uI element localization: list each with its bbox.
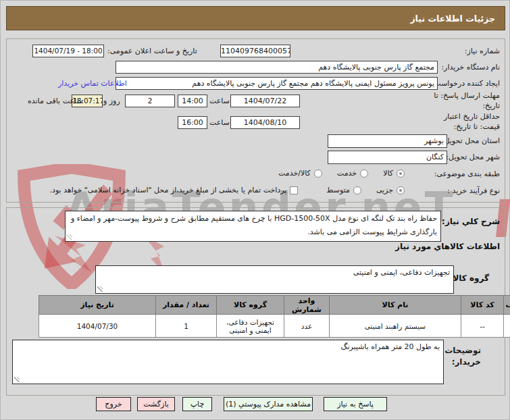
- reply-deadline-date-field[interactable]: 1404/07/22: [230, 95, 300, 107]
- cell-row-number: 1: [504, 315, 510, 338]
- cell-group: تجهیزات دفاعی، ایمنی و امنیتی: [217, 315, 284, 338]
- subject-classification-label: طبقه بندی موضوعی:: [434, 169, 500, 178]
- radio-goods-label: کالا: [383, 169, 393, 178]
- hours-remaining-label: ساعت باقی مانده: [28, 97, 83, 105]
- purchase-process-options: جزیی متوسط پرداخت تمام یا بخشی از مبلغ خ…: [50, 186, 405, 194]
- view-attached-docs-button[interactable]: مشاهده مدارک پیوستي (1): [224, 397, 313, 411]
- announce-datetime-field[interactable]: 1404/07/19 - 18:00: [32, 45, 104, 57]
- col-item-name: نام کالا: [330, 296, 461, 315]
- radio-service-label: خدمت: [337, 169, 357, 178]
- buyer-notes-textarea[interactable]: به طول 20 متر همراه باشیبرنگ: [12, 340, 444, 384]
- print-button[interactable]: چاپ: [182, 397, 212, 411]
- radio-service[interactable]: [360, 169, 368, 178]
- request-creator-field[interactable]: یونس پرویز مسئول ایمنی پالایشگاه دهم مجت…: [116, 77, 438, 90]
- price-validity-label: حداقل تاریخ اعتبار قیمت: تا تاریخ:: [426, 111, 500, 132]
- col-row-number: ردیف: [504, 296, 510, 315]
- cell-quantity: 1: [156, 315, 217, 338]
- delivery-province-label: استان محل تحویل:: [442, 136, 500, 145]
- goods-group-label: گروه کالا:: [450, 273, 489, 283]
- buyer-notes-label: توضیحات خریدار:: [444, 345, 481, 368]
- radio-medium[interactable]: [353, 186, 361, 194]
- remaining-days-field[interactable]: 2: [125, 95, 175, 107]
- days-and-label: روز و: [103, 97, 120, 105]
- goods-table: ردیف کد کالا نام کالا واحد شمارش گروه کا…: [39, 295, 510, 338]
- price-validity-time-field[interactable]: 16:00: [178, 116, 207, 129]
- page-title-bar: جزئیات اطلاعات نیاز: [6, 6, 505, 30]
- general-description-textarea[interactable]: حفاظ راه بند تک لنگه ای نوع مدل HGD-1500…: [65, 211, 441, 242]
- need-number-field[interactable]: 1104097684000574: [220, 45, 290, 57]
- exit-button[interactable]: خروج: [96, 397, 131, 411]
- reply-deadline-label: مهلت ارسال پاسخ: تا تاریخ:: [426, 90, 500, 111]
- cell-item-name: سیستم راهبند امنیتی: [330, 315, 461, 338]
- radio-goods[interactable]: [397, 169, 405, 178]
- col-unit: واحد شمارش: [284, 296, 330, 315]
- back-button[interactable]: بازگشت: [137, 397, 175, 411]
- request-creator-label: ایجاد کننده درخواست:: [432, 79, 500, 88]
- table-row: 1 -- سیستم راهبند امنیتی عدد تجهیزات دفا…: [39, 315, 510, 338]
- radio-medium-label: متوسط: [326, 186, 350, 194]
- radio-goods-service[interactable]: [314, 169, 322, 178]
- resize-handle-icon[interactable]: [97, 286, 103, 292]
- goods-info-title: اطلاعات کالاهاي مورد نیاز: [395, 242, 500, 251]
- cell-item-code: --: [461, 315, 504, 338]
- reply-deadline-time-field[interactable]: 14:00: [178, 95, 207, 107]
- goods-table-header-row: ردیف کد کالا نام کالا واحد شمارش گروه کا…: [39, 296, 510, 315]
- reply-deadline-hour-label: ساعت: [209, 97, 230, 105]
- resize-handle-icon[interactable]: [14, 377, 20, 382]
- price-validity-date-field[interactable]: 1404/08/10: [230, 116, 300, 129]
- general-description-label: شرح کلي نیاز:: [442, 217, 500, 226]
- delivery-city-field[interactable]: کنگان: [328, 151, 447, 164]
- respond-to-need-button[interactable]: پاسخ به نیاز: [324, 397, 387, 411]
- resize-handle-icon[interactable]: [67, 234, 72, 240]
- buyer-org-field[interactable]: مجتمع گاز پارس جنوبی پالایشگاه دهم: [116, 61, 438, 74]
- purchase-process-label: نوع فرآیند خرید :: [447, 186, 500, 195]
- col-group: گروه کالا: [217, 296, 284, 315]
- buyer-org-label: نام دستگاه خریدار:: [441, 63, 500, 72]
- radio-minor-label: جزیی: [376, 186, 393, 194]
- price-validity-hour-label: ساعت: [209, 118, 230, 127]
- cell-unit: عدد: [284, 315, 330, 338]
- col-quantity: تعداد / مقدار: [156, 296, 217, 315]
- need-number-label: شماره نیاز:: [465, 47, 500, 55]
- radio-goods-service-label: کالا/خدمت: [278, 169, 311, 178]
- cell-need-date: 1404/07/30: [39, 315, 156, 338]
- delivery-province-field[interactable]: بوشهر: [328, 134, 447, 148]
- col-need-date: تاریخ نیاز: [39, 296, 156, 315]
- subject-classification-options: کالا خدمت کالا/خدمت: [278, 169, 405, 178]
- page-title: جزئیات اطلاعات نیاز: [410, 14, 495, 24]
- treasury-payment-label: پرداخت تمام یا بخشی از مبلغ خرید،از محل …: [50, 186, 287, 194]
- buyer-contact-link[interactable]: اطلاعات تماس خریدار: [58, 79, 127, 88]
- col-item-code: کد کالا: [461, 296, 504, 315]
- delivery-city-label: شهر محل تحویل:: [446, 153, 500, 161]
- goods-group-textarea[interactable]: تجهیزات دفاعی، ایمنی و امنیتی: [95, 265, 454, 294]
- treasury-payment-checkbox[interactable]: [290, 186, 298, 194]
- need-details-page: AriaTender.neT جزئیات اطلاعات نیاز: [0, 0, 510, 420]
- radio-minor[interactable]: [397, 186, 405, 194]
- announce-datetime-label: تاریخ و ساعت اعلان عمومی:: [107, 47, 197, 55]
